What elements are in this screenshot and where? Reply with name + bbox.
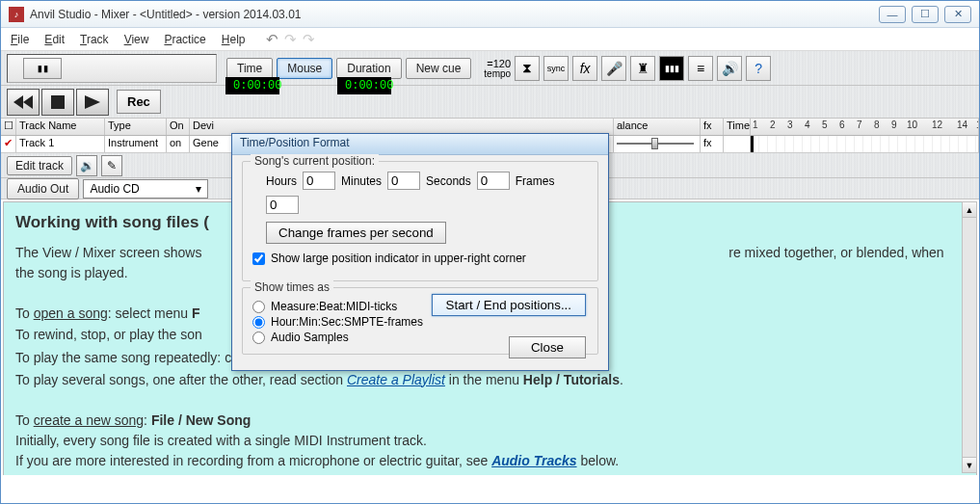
audio-tracks-link[interactable]: Audio Tracks bbox=[491, 453, 576, 468]
metronome-icon[interactable]: ⧗ bbox=[515, 56, 540, 81]
pencil-icon[interactable]: ✎ bbox=[101, 155, 122, 176]
scroll-up-icon[interactable]: ▲ bbox=[963, 202, 976, 218]
audio-out-combo[interactable]: Audio CD▾ bbox=[83, 179, 208, 199]
edit-track-button[interactable]: Edit track bbox=[7, 156, 72, 175]
open-song-text: open a song bbox=[34, 305, 108, 321]
track-balance[interactable] bbox=[614, 136, 701, 152]
start-end-button[interactable]: Start / End positions... bbox=[432, 294, 586, 316]
menu-practice[interactable]: Practice bbox=[164, 33, 205, 46]
t6a: To bbox=[15, 412, 34, 428]
time-position-dialog: Time/Position Format Song's current posi… bbox=[231, 133, 609, 371]
app-icon: ♪ bbox=[9, 7, 24, 22]
radio-samples-label: Audio Samples bbox=[271, 331, 349, 344]
play-button[interactable] bbox=[76, 89, 109, 116]
pause-indicator[interactable]: ▮▮ bbox=[23, 58, 62, 79]
col-fx[interactable]: fx bbox=[701, 119, 724, 135]
track-type: Instrument bbox=[105, 136, 167, 152]
svg-rect-2 bbox=[51, 95, 65, 109]
audio-out-button[interactable]: Audio Out bbox=[7, 178, 79, 199]
tower-icon[interactable]: ♜ bbox=[630, 56, 655, 81]
dialog-close-button[interactable]: Close bbox=[509, 336, 586, 358]
chevron-down-icon: ▾ bbox=[196, 182, 201, 196]
t2: : select menu bbox=[108, 305, 192, 321]
minimize-button[interactable]: ― bbox=[879, 6, 906, 23]
frames-input[interactable] bbox=[266, 196, 299, 214]
dialog-title[interactable]: Time/Position Format bbox=[232, 134, 608, 155]
rewind-button[interactable] bbox=[7, 89, 40, 116]
track-name[interactable]: Track 1 bbox=[16, 136, 105, 152]
seconds-label: Seconds bbox=[426, 174, 471, 188]
maximize-button[interactable]: ☐ bbox=[912, 6, 939, 23]
radio-smpte-label: Hour:Min:Sec:SMPTE-frames bbox=[271, 315, 423, 329]
transport-bar: Rec bbox=[1, 86, 979, 119]
help-icon[interactable]: ? bbox=[746, 56, 771, 81]
stop-button[interactable] bbox=[41, 89, 74, 116]
piano-icon[interactable]: ▮▮▮ bbox=[659, 56, 684, 81]
col-time[interactable]: Time bbox=[724, 119, 751, 135]
create-playlist-link[interactable]: Create a Playlist bbox=[347, 372, 445, 387]
toolbar-top: ▮▮ Time Mouse Duration New cue =120 temp… bbox=[1, 51, 979, 86]
speaker-icon[interactable]: 🔊 bbox=[717, 56, 742, 81]
window-title: Anvil Studio - Mixer - <Untitled> - vers… bbox=[30, 8, 301, 21]
svg-marker-0 bbox=[13, 95, 23, 109]
menu-file[interactable]: File bbox=[11, 33, 29, 46]
vertical-scrollbar[interactable]: ▲ ▼ bbox=[962, 201, 977, 473]
time-button[interactable]: Time bbox=[226, 58, 273, 79]
track-on[interactable]: on bbox=[167, 136, 190, 152]
sliders-icon[interactable]: ≡ bbox=[688, 56, 713, 81]
titlebar: ♪ Anvil Studio - Mixer - <Untitled> - ve… bbox=[1, 1, 979, 28]
timer-right: 0:00:00 bbox=[337, 77, 391, 94]
audio-out-value: Audio CD bbox=[90, 182, 139, 196]
show-times-legend: Show times as bbox=[251, 280, 333, 294]
close-window-button[interactable]: ✕ bbox=[944, 6, 971, 23]
show-times-group: Show times as Measure:Beat:MIDI-ticks Ho… bbox=[242, 287, 598, 355]
timer-left: 0:00:00 bbox=[225, 77, 279, 94]
track-time-cell bbox=[724, 136, 751, 152]
redo2-icon[interactable]: ↷ bbox=[303, 31, 315, 48]
menu-help[interactable]: Help bbox=[222, 33, 246, 46]
hours-input[interactable] bbox=[303, 172, 335, 190]
track-check[interactable]: ✔ bbox=[1, 136, 16, 152]
mic-icon[interactable]: 🎤 bbox=[601, 56, 626, 81]
frames-label: Frames bbox=[516, 174, 555, 188]
doc-p1a: The View / Mixer screen shows bbox=[15, 245, 201, 260]
newcue-button[interactable]: New cue bbox=[406, 58, 472, 79]
mouse-button[interactable]: Mouse bbox=[277, 58, 332, 79]
col-check[interactable]: ☐ bbox=[1, 119, 16, 135]
track-fx[interactable]: fx bbox=[701, 136, 724, 152]
track-lane[interactable] bbox=[751, 136, 979, 152]
duration-button[interactable]: Duration bbox=[336, 58, 401, 79]
tempo-label: tempo bbox=[484, 69, 511, 79]
menu-track[interactable]: Track bbox=[80, 33, 109, 46]
seconds-input[interactable] bbox=[477, 172, 510, 190]
change-fps-button[interactable]: Change frames per second bbox=[266, 222, 446, 244]
doc-p5a: To play several songs, one after the oth… bbox=[15, 372, 347, 387]
col-trackname[interactable]: Track Name bbox=[16, 119, 105, 135]
show-large-checkbox[interactable] bbox=[252, 252, 265, 265]
redo-icon[interactable]: ↷ bbox=[284, 31, 297, 48]
scroll-down-icon[interactable]: ▼ bbox=[963, 457, 976, 472]
time-ruler[interactable]: 1234567891012141 bbox=[751, 119, 979, 135]
doc-p8b: below. bbox=[577, 453, 620, 468]
t6c: File / New Song bbox=[151, 412, 251, 428]
scrub-box[interactable]: ▮▮ bbox=[7, 54, 217, 83]
speaker-small-icon[interactable]: 🔉 bbox=[76, 155, 97, 176]
doc-p8a: If you are more interested in recording … bbox=[15, 453, 491, 468]
doc-p5d: . bbox=[620, 372, 623, 387]
col-on[interactable]: On bbox=[167, 119, 190, 135]
col-balance[interactable]: alance bbox=[614, 119, 701, 135]
minutes-input[interactable] bbox=[387, 172, 420, 190]
record-button[interactable]: Rec bbox=[117, 90, 161, 114]
sync-icon[interactable]: sync bbox=[543, 56, 569, 81]
radio-smpte[interactable] bbox=[252, 316, 265, 329]
radio-measure-label: Measure:Beat:MIDI-ticks bbox=[271, 300, 397, 313]
doc-p3: To rewind, stop, or play the son bbox=[15, 326, 202, 341]
hours-label: Hours bbox=[266, 174, 297, 188]
radio-samples[interactable] bbox=[252, 332, 265, 344]
menu-view[interactable]: View bbox=[124, 33, 149, 46]
radio-measure[interactable] bbox=[252, 301, 265, 313]
undo-icon[interactable]: ↶ bbox=[266, 31, 278, 48]
fx-icon[interactable]: fx bbox=[572, 56, 597, 81]
menu-edit[interactable]: Edit bbox=[44, 33, 65, 46]
col-type[interactable]: Type bbox=[105, 119, 167, 135]
